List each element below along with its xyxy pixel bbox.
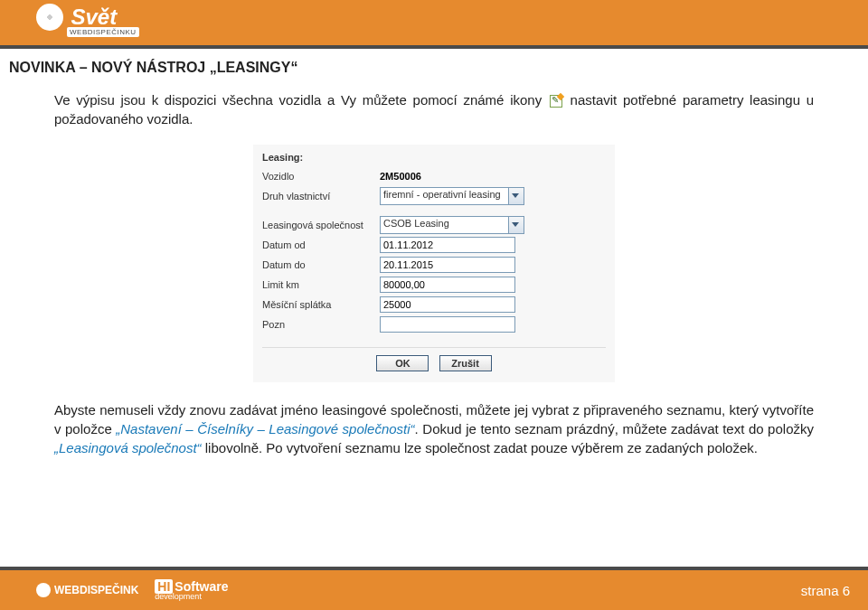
splatka-input[interactable] xyxy=(380,296,515,313)
page-prefix: strana xyxy=(801,583,843,598)
page-number: strana 6 xyxy=(801,583,850,598)
leasing-form: Leasing: Vozidlo 2M50006 Druh vlastnictv… xyxy=(253,145,615,382)
ok-button[interactable]: OK xyxy=(376,355,429,371)
logo-text: Svět xyxy=(71,5,117,30)
chevron-down-icon xyxy=(512,193,519,198)
druh-label: Druh vlastnictví xyxy=(262,191,380,202)
form-heading: Leasing: xyxy=(262,152,606,163)
vozidlo-label: Vozidlo xyxy=(262,171,380,182)
pozn-input[interactable] xyxy=(380,316,515,333)
globe-icon xyxy=(36,4,63,31)
footer-bar: WEBDISPEČINK HISoftware development stra… xyxy=(0,567,868,610)
header-stripe xyxy=(0,45,868,49)
para1-text-a: Ve výpisu jsou k dispozici všechna vozid… xyxy=(54,92,548,108)
datum-do-input[interactable] xyxy=(380,257,515,273)
page-num: 6 xyxy=(843,583,850,598)
pozn-label: Pozn xyxy=(262,319,380,330)
druh-select[interactable]: firemní - operativní leasing xyxy=(380,187,524,205)
row-pozn: Pozn xyxy=(262,314,606,334)
spolecnost-select[interactable]: CSOB Leasing xyxy=(380,216,524,234)
paragraph-1: Ve výpisu jsou k dispozici všechna vozid… xyxy=(54,90,814,128)
row-limit: Limit km xyxy=(262,275,606,295)
row-datum-od: Datum od xyxy=(262,235,606,255)
logo-svet: Svět WEBDISPEČINKU xyxy=(36,4,139,37)
content: Ve výpisu jsou k dispozici všechna vozid… xyxy=(0,90,868,457)
splatka-label: Měsíční splátka xyxy=(262,299,380,310)
limit-input[interactable] xyxy=(380,277,515,293)
druh-select-value: firemní - operativní leasing xyxy=(383,189,501,200)
spolecnost-label: Leasingová společnost xyxy=(262,220,380,230)
paragraph-2: Abyste nemuseli vždy znovu zadávat jméno… xyxy=(54,400,814,457)
datum-do-label: Datum do xyxy=(262,259,380,270)
datum-od-label: Datum od xyxy=(262,239,380,250)
section-title: NOVINKA – NOVÝ NÁSTROJ „LEASINGY“ xyxy=(9,60,868,76)
spolecnost-select-value: CSOB Leasing xyxy=(383,218,449,229)
footer-brand-webdispecink: WEBDISPEČINK xyxy=(36,583,138,597)
footer-brand1-text: WEBDISPEČINK xyxy=(54,584,138,596)
para2-b: . Dokud je tento seznam prázdný, můžete … xyxy=(415,421,814,436)
globe-icon xyxy=(36,583,51,597)
row-datum-do: Datum do xyxy=(262,255,606,275)
footer-brands: WEBDISPEČINK HISoftware development xyxy=(36,579,228,601)
para2-link1: „Nastavení – Číselníky – Leasingové spol… xyxy=(116,421,414,436)
chevron-down-icon xyxy=(512,222,519,227)
row-vozidlo: Vozidlo 2M50006 xyxy=(262,166,606,186)
row-splatka: Měsíční splátka xyxy=(262,295,606,314)
para2-link2: „Leasingová společnost“ xyxy=(54,440,202,455)
edit-icon xyxy=(550,95,562,108)
row-spolecnost: Leasingová společnost CSOB Leasing xyxy=(262,215,606,235)
logo-subtext: WEBDISPEČINKU xyxy=(67,27,139,37)
button-row: OK Zrušit xyxy=(262,347,606,371)
limit-label: Limit km xyxy=(262,279,380,290)
cancel-button[interactable]: Zrušit xyxy=(439,355,492,371)
header-bar: Svět WEBDISPEČINKU xyxy=(0,0,868,49)
row-druh: Druh vlastnictví firemní - operativní le… xyxy=(262,186,606,206)
para2-c: libovolně. Po vytvoření seznamu lze spol… xyxy=(202,440,758,455)
footer-brand-hisoftware: HISoftware development xyxy=(155,579,228,601)
vozidlo-value: 2M50006 xyxy=(380,171,421,182)
datum-od-input[interactable] xyxy=(380,237,515,253)
